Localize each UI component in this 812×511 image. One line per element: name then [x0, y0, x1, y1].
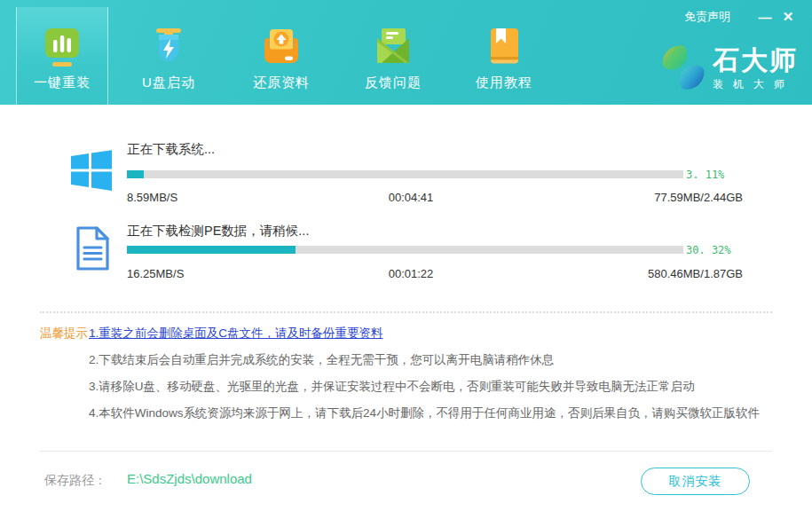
tab-label: 使用教程	[458, 75, 550, 91]
brand-logo: 石大师 装机大师	[659, 43, 798, 96]
tip-item: 3.请移除U盘、移动硬盘、光驱里的光盘，并保证安装过程中不会断电，否则重装可能失…	[89, 379, 695, 395]
progress-percent: 3. 11%	[686, 169, 724, 181]
tab-label: 反馈问题	[347, 75, 439, 91]
footer-divider	[40, 451, 772, 452]
brand-name: 石大师	[713, 46, 798, 75]
tip-item: 2.下载结束后会自动重启并完成系统的安装，全程无需干预，您可以离开电脑请稍作休息	[89, 352, 554, 368]
download-size: 77.59MB/2.44GB	[654, 191, 743, 204]
progress-percent: 30. 32%	[686, 244, 731, 256]
tab-feedback[interactable]: 反馈问题	[347, 7, 439, 105]
download-size: 580.46MB/1.87GB	[648, 267, 743, 280]
brand-subtitle: 装机大师	[713, 77, 798, 92]
progress-bar-system	[127, 170, 683, 178]
progress-fill	[127, 246, 296, 254]
feedback-icon	[347, 7, 439, 69]
tab-restore-data[interactable]: 还原资料	[235, 7, 327, 105]
tab-label: U盘启动	[122, 75, 215, 91]
close-button[interactable]: ✕	[777, 9, 800, 25]
download-speed: 16.25MB/S	[127, 267, 184, 280]
progress-bar-pe	[127, 246, 683, 254]
download-title: 正在下载系统...	[127, 141, 215, 158]
restore-icon	[235, 7, 327, 69]
usb-icon	[122, 7, 215, 69]
tip-item-backup-warning[interactable]: 1.重装之前会删除桌面及C盘文件，请及时备份重要资料	[89, 326, 383, 342]
tab-tutorial[interactable]: 使用教程	[458, 7, 550, 105]
windows-logo	[69, 147, 114, 197]
minimize-button[interactable]: —	[753, 10, 777, 25]
document-icon	[71, 225, 114, 275]
tab-label: 还原资料	[235, 75, 327, 91]
header: 一键重装 U盘启动	[0, 0, 812, 105]
save-path-label: 保存路径：	[44, 473, 106, 489]
download-time: 00:04:41	[389, 191, 434, 204]
save-path-value[interactable]: E:\SdsZjds\download	[127, 471, 252, 486]
brand-swirl-icon	[659, 43, 707, 96]
download-speed: 8.59MB/S	[127, 191, 177, 204]
tab-one-key-reinstall[interactable]: 一键重装	[16, 7, 108, 105]
dashed-divider	[40, 311, 772, 313]
cancel-install-button[interactable]: 取消安装	[641, 468, 750, 495]
progress-fill	[127, 170, 144, 178]
app-window: 一键重装 U盘启动	[0, 0, 812, 511]
titlebar: 免责声明 — ✕	[684, 9, 800, 25]
book-icon	[458, 7, 550, 69]
chart-icon	[17, 7, 107, 69]
disclaimer-link[interactable]: 免责声明	[684, 9, 730, 25]
tab-label: 一键重装	[17, 75, 107, 91]
download-title: 正在下载检测PE数据，请稍候...	[127, 223, 309, 240]
tip-item: 4.本软件Windows系统资源均来源于网上，请下载后24小时删除，不得用于任何…	[89, 405, 760, 421]
download-time: 00:01:22	[389, 267, 434, 280]
tab-usb-boot[interactable]: U盘启动	[122, 7, 215, 105]
